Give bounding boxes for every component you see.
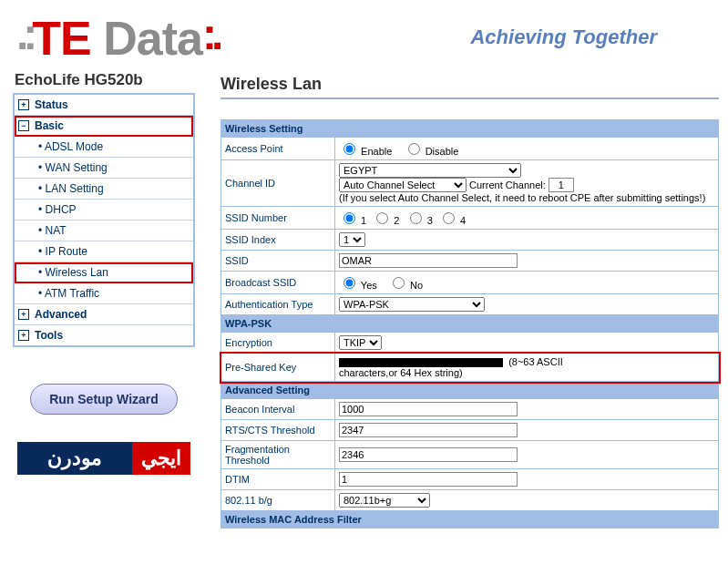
row-rts: RTS/CTS Threshold [221, 420, 719, 441]
encryption-select[interactable]: TKIP [339, 335, 382, 350]
config-table: Wireless Setting Access Point Enable Dis… [220, 119, 719, 529]
row-pre-shared-key: Pre-Shared Key (8~63 ASCII characters,or… [221, 354, 719, 382]
device-name: EchoLife HG520b [13, 66, 195, 93]
page-title: Wireless Lan [220, 69, 719, 99]
main-content: Wireless Lan Wireless Setting Access Poi… [206, 66, 728, 529]
row-access-point: Access Point Enable Disable [221, 138, 719, 160]
frag-input[interactable] [339, 447, 518, 462]
nav-basic[interactable]: − Basic [15, 116, 193, 137]
nav-dhcp[interactable]: DHCP [15, 200, 193, 221]
expand-icon: + [18, 330, 29, 341]
tagline: Achieving Together [470, 26, 657, 49]
bg-select[interactable]: 802.11b+g [339, 493, 430, 508]
row-80211bg: 802.11 b/g 802.11b+g [221, 490, 719, 511]
expand-icon: + [18, 99, 29, 110]
current-channel [549, 178, 574, 192]
row-broadcast-ssid: Broadcast SSID Yes No [221, 272, 719, 294]
ap-enable[interactable]: Enable [339, 146, 392, 157]
nav-tools[interactable]: + Tools [15, 325, 193, 345]
section-wpa-psk: WPA-PSK [221, 315, 719, 333]
nav-wan-setting[interactable]: WAN Setting [15, 158, 193, 179]
nav-adsl-mode[interactable]: ADSL Mode [15, 137, 193, 158]
row-ssid: SSID [221, 251, 719, 272]
rts-input[interactable] [339, 423, 518, 437]
nav-status[interactable]: + Status [15, 95, 193, 116]
nav-advanced[interactable]: + Advanced [15, 304, 193, 325]
channel-select[interactable]: Auto Channel Select [339, 178, 467, 192]
row-dtim: DTIM [221, 469, 719, 490]
nav-nat[interactable]: NAT [15, 221, 193, 241]
section-wireless-setting: Wireless Setting [221, 120, 719, 138]
row-encryption: Encryption TKIP [221, 333, 719, 354]
nav-atm-traffic[interactable]: ATM Traffic [15, 283, 193, 304]
row-ssid-index: SSID Index 1 [221, 230, 719, 251]
row-auth-type: Authentication Type WPA-PSK [221, 294, 719, 315]
row-ssid-number: SSID Number 1 2 3 4 [221, 207, 719, 230]
header: .:TE Data:. Achieving Together [0, 0, 728, 66]
nav-ip-route[interactable]: IP Route [15, 241, 193, 262]
row-beacon: Beacon Interval [221, 399, 719, 420]
nav-wireless-lan[interactable]: Wireless Lan [15, 262, 193, 283]
collapse-icon: − [18, 120, 29, 131]
nav-menu: + Status − Basic ADSL Mode WAN Setting L… [13, 93, 195, 347]
row-channel-id: Channel ID EGYPT Auto Channel Select Cur… [221, 160, 719, 207]
row-frag: Fragmentation Threshold [221, 441, 719, 469]
expand-icon: + [18, 309, 29, 320]
country-select[interactable]: EGYPT [339, 163, 521, 178]
ssid-input[interactable] [339, 253, 518, 268]
dtim-input[interactable] [339, 472, 518, 487]
psk-masked[interactable] [339, 358, 503, 367]
section-advanced-setting: Advanced Setting [221, 382, 719, 399]
sidebar: EchoLife HG520b + Status − Basic ADSL Mo… [0, 66, 206, 475]
ap-disable[interactable]: Disable [404, 146, 459, 157]
arabic-banner: ايجي مودرن [17, 442, 190, 475]
section-mac-filter: Wireless MAC Address Filter [221, 511, 719, 529]
nav-lan-setting[interactable]: LAN Setting [15, 179, 193, 200]
ssid-index-select[interactable]: 1 [339, 232, 365, 247]
auth-type-select[interactable]: WPA-PSK [339, 297, 485, 312]
logo: .:TE Data:. [16, 9, 218, 66]
run-setup-wizard-button[interactable]: Run Setup Wizard [30, 384, 178, 415]
beacon-input[interactable] [339, 402, 518, 416]
